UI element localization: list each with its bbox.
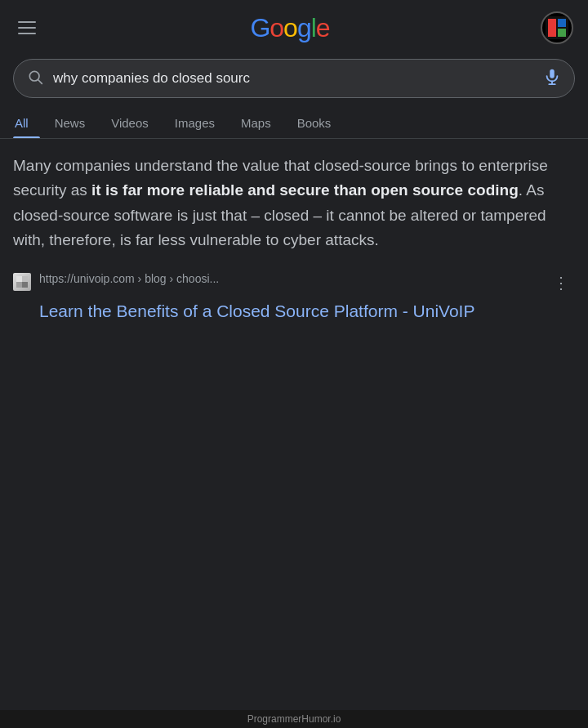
source-url: https://univoip.com › blog › choosi...	[39, 271, 219, 288]
svg-rect-9	[16, 276, 22, 282]
nav-tabs: All News Videos Images Maps Books	[0, 108, 588, 139]
favicon	[13, 273, 31, 291]
search-bar-container: why companies do closed sourc	[0, 52, 588, 108]
header: Google	[0, 0, 588, 52]
profile-icon[interactable]	[541, 11, 573, 44]
search-query[interactable]: why companies do closed sourc	[53, 70, 533, 87]
menu-button[interactable]	[15, 18, 39, 38]
search-bar[interactable]: why companies do closed sourc	[13, 59, 575, 98]
microphone-icon[interactable]	[543, 68, 561, 89]
svg-rect-3	[558, 29, 566, 37]
svg-rect-10	[22, 276, 28, 282]
svg-rect-11	[16, 282, 22, 288]
tab-all[interactable]: All	[13, 108, 40, 138]
source-container: https://univoip.com › blog › choosi... ⋮	[13, 271, 575, 294]
more-options-button[interactable]: ⋮	[548, 271, 575, 294]
google-logo: Google	[250, 13, 329, 43]
tab-maps[interactable]: Maps	[229, 108, 283, 138]
source-left: https://univoip.com › blog › choosi...	[13, 271, 219, 291]
watermark-text: ProgrammerHumor.io	[247, 713, 341, 725]
search-icon	[27, 69, 43, 88]
watermark: ProgrammerHumor.io	[0, 710, 588, 728]
snippet-text-bold: it is far more reliable and secure than …	[91, 181, 519, 199]
svg-rect-2	[558, 19, 566, 27]
svg-rect-1	[548, 19, 556, 37]
tab-news[interactable]: News	[43, 108, 97, 138]
tab-videos[interactable]: Videos	[100, 108, 160, 138]
svg-rect-6	[550, 69, 555, 78]
svg-rect-12	[22, 282, 28, 288]
main-content: Many companies understand the value that…	[0, 139, 588, 339]
result-title[interactable]: Learn the Benefits of a Closed Source Pl…	[13, 299, 575, 323]
svg-line-5	[38, 80, 42, 84]
tab-books[interactable]: Books	[286, 108, 343, 138]
tab-images[interactable]: Images	[163, 108, 226, 138]
snippet-text: Many companies understand the value that…	[13, 154, 575, 253]
